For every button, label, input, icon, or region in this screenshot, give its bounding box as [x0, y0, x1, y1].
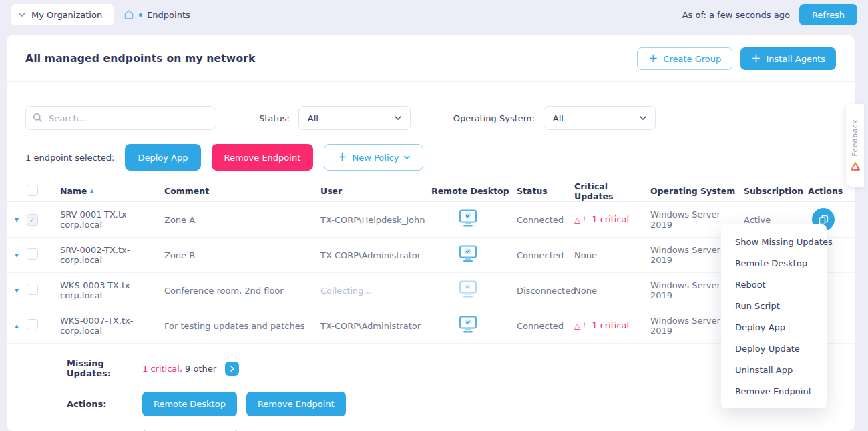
plus-icon: +: [337, 151, 347, 163]
search-input[interactable]: [25, 106, 216, 130]
missing-updates-label: Missing Updates:: [67, 358, 142, 378]
remote-desktop-icon[interactable]: [431, 209, 510, 230]
selection-bar: 1 endpoint selected: Deploy App Remove E…: [7, 130, 855, 171]
critical-updates-cell: None: [568, 286, 644, 296]
remote-desktop-icon[interactable]: [431, 280, 510, 300]
actions-label: Actions:: [67, 399, 142, 409]
table-header: Name▲ Comment User Remote Desktop Status…: [7, 181, 855, 202]
menu-item-run-script[interactable]: Run Script: [721, 295, 827, 316]
chevron-down-icon: [19, 13, 25, 17]
feedback-tab[interactable]: Feedback: [846, 104, 864, 187]
row-checkbox[interactable]: [27, 284, 38, 295]
status-filter: Status: All: [259, 106, 411, 130]
column-header-status[interactable]: Status: [510, 186, 568, 196]
column-header-actions[interactable]: Actions: [801, 186, 855, 196]
menu-item-deploy-update[interactable]: Deploy Update: [721, 338, 827, 359]
filter-bar: Status: All Operating System: All: [7, 82, 855, 130]
endpoints-page: { "topbar": { "org_switcher": "My Organi…: [0, 0, 868, 431]
breadcrumb-label: Endpoints: [147, 10, 190, 20]
org-switcher[interactable]: My Organization: [11, 4, 114, 25]
critical-updates-cell: △！1 critical: [568, 214, 644, 226]
endpoint-user: Collecting...: [320, 286, 431, 296]
top-bar: My Organization Endpoints As of: a few s…: [0, 0, 868, 29]
endpoint-user: TX-CORP\Helpdesk_John: [320, 215, 431, 225]
menu-item-uninstall-app[interactable]: Uninstall App: [721, 359, 827, 380]
column-header-critical-updates[interactable]: Critical Updates: [568, 181, 644, 201]
os-filter: Operating System: All: [453, 106, 656, 130]
feedback-label: Feedback: [851, 119, 859, 157]
collapse-caret-icon[interactable]: ▴: [15, 321, 27, 330]
endpoint-status: Connected: [510, 321, 568, 331]
menu-item-show-missing-updates[interactable]: Show Missing Updates: [721, 231, 827, 252]
expand-caret-icon[interactable]: ▾: [15, 250, 27, 260]
create-group-button[interactable]: + Create Group: [637, 47, 732, 70]
sort-asc-icon: ▲: [89, 188, 93, 194]
remote-desktop-button[interactable]: Remote Desktop: [142, 392, 237, 416]
menu-item-deploy-app[interactable]: Deploy App: [721, 316, 827, 338]
endpoint-status: Disconnected: [510, 286, 568, 296]
missing-critical-count: 1 critical,: [142, 364, 182, 374]
plus-icon: +: [751, 53, 761, 64]
search-icon: [33, 113, 43, 125]
status-select-value: All: [308, 113, 318, 123]
warning-icon: △！: [574, 215, 588, 224]
expand-caret-icon[interactable]: ▾: [15, 215, 27, 224]
remove-endpoint-button[interactable]: Remove Endpoint: [212, 144, 314, 171]
chevron-down-icon: [404, 155, 410, 159]
status-select[interactable]: All: [298, 106, 411, 130]
home-icon: [124, 9, 134, 20]
remove-endpoint-detail-button[interactable]: Remove Endpoint: [246, 392, 346, 416]
endpoint-name[interactable]: SRV-0002-TX.tx-corp.local: [60, 245, 164, 265]
refresh-button[interactable]: Refresh: [799, 4, 857, 25]
install-agents-button[interactable]: + Install Agents: [740, 47, 836, 70]
warning-icon: △！: [574, 321, 588, 330]
endpoint-status: Connected: [510, 215, 568, 225]
copy-actions-icon: [819, 215, 829, 225]
row-checkbox[interactable]: [27, 319, 38, 330]
menu-item-reboot[interactable]: Reboot: [721, 274, 827, 295]
row-checkbox[interactable]: [27, 248, 38, 260]
critical-updates-cell: △！1 critical: [568, 320, 644, 332]
endpoint-user: TX-CORP\Administrator: [320, 250, 431, 260]
endpoint-name[interactable]: WKS-0003-TX.tx-corp.local: [60, 280, 164, 300]
os-select[interactable]: All: [544, 106, 656, 130]
new-policy-button[interactable]: + New Policy: [324, 144, 423, 171]
plus-icon: +: [648, 53, 658, 64]
new-policy-label: New Policy: [353, 153, 399, 163]
row-checkbox[interactable]: ✓: [27, 214, 38, 226]
missing-updates-value: 1 critical, 9 other: [142, 362, 239, 376]
column-header-remote-desktop[interactable]: Remote Desktop: [431, 186, 510, 196]
endpoint-name[interactable]: SRV-0001-TX.tx-corp.local: [60, 209, 164, 230]
column-header-comment[interactable]: Comment: [164, 186, 320, 196]
remote-desktop-icon[interactable]: [431, 316, 510, 336]
org-switcher-label: My Organization: [31, 10, 102, 20]
os-filter-label: Operating System:: [453, 113, 535, 123]
action1-logo-icon: [850, 161, 861, 171]
endpoint-comment: For testing updates and patches: [164, 321, 320, 331]
remote-desktop-icon[interactable]: [431, 245, 510, 265]
endpoint-comment: Zone B: [164, 250, 320, 260]
card-header: All managed endpoints on my network + Cr…: [7, 35, 855, 82]
menu-item-remote-desktop[interactable]: Remote Desktop: [721, 252, 827, 274]
column-header-subscription[interactable]: Subscription: [737, 186, 801, 196]
endpoint-name[interactable]: WKS-0007-TX.tx-corp.local: [60, 316, 164, 336]
page-title: All managed endpoints on my network: [25, 53, 256, 65]
chevron-down-icon: [640, 116, 646, 120]
column-header-name[interactable]: Name▲: [60, 186, 164, 196]
critical-updates-cell: None: [568, 250, 644, 260]
column-header-operating-system[interactable]: Operating System: [644, 186, 737, 196]
menu-item-remove-endpoint[interactable]: Remove Endpoint: [721, 380, 827, 402]
chevron-down-icon: [395, 116, 401, 120]
show-missing-updates-button[interactable]: [225, 362, 239, 376]
breadcrumb[interactable]: Endpoints: [124, 9, 190, 20]
missing-other-count: 9 other: [185, 364, 216, 374]
row-actions-context-menu: Show Missing Updates Remote Desktop Rebo…: [721, 224, 827, 408]
endpoint-comment: Zone A: [164, 215, 320, 225]
endpoint-user: TX-CORP\Administrator: [320, 321, 431, 331]
selection-count-text: 1 endpoint selected:: [25, 153, 114, 163]
column-header-user[interactable]: User: [320, 186, 431, 196]
deploy-app-button[interactable]: Deploy App: [125, 144, 200, 171]
select-all-checkbox[interactable]: [27, 185, 38, 196]
expand-caret-icon[interactable]: ▾: [15, 286, 27, 295]
status-filter-label: Status:: [259, 113, 290, 123]
